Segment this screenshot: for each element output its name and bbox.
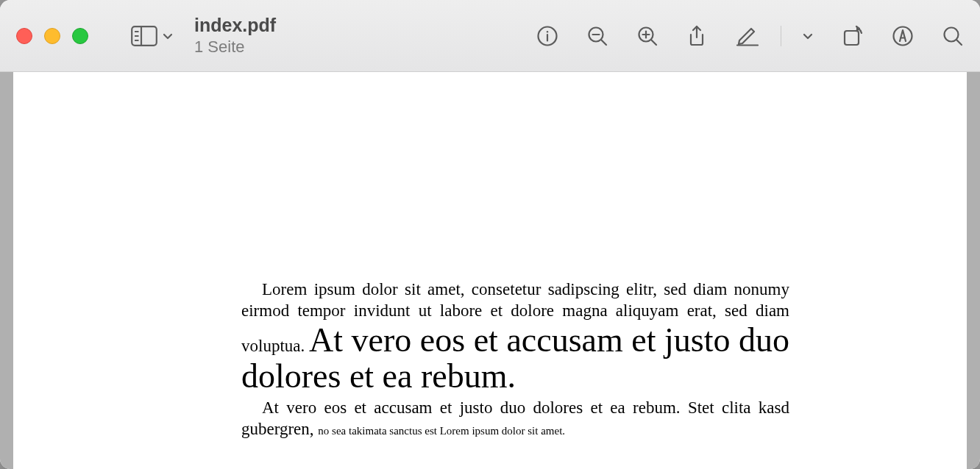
svg-point-6 xyxy=(547,31,548,32)
fullscreen-window-button[interactable] xyxy=(72,28,88,44)
info-icon xyxy=(536,25,558,47)
zoom-out-button[interactable] xyxy=(586,25,608,47)
highlight-icon xyxy=(735,25,760,47)
para2-small: no sea takimata sanctus est Lorem ipsum … xyxy=(318,425,565,437)
markup-icon xyxy=(892,25,914,47)
svg-line-12 xyxy=(651,40,656,45)
toolbar-right xyxy=(536,24,964,48)
document-filename: index.pdf xyxy=(194,15,276,36)
document-subtitle: 1 Seite xyxy=(194,37,276,56)
paragraph-1: Lorem ipsum dolor sit amet, consetetur s… xyxy=(241,279,789,395)
share-button[interactable] xyxy=(686,24,707,48)
zoom-in-button[interactable] xyxy=(636,25,658,47)
document-viewport[interactable]: Lorem ipsum dolor sit amet, consetetur s… xyxy=(0,72,980,469)
pdf-page: Lorem ipsum dolor sit amet, consetetur s… xyxy=(13,72,967,469)
rotate-button[interactable] xyxy=(842,25,864,47)
close-window-button[interactable] xyxy=(16,28,32,44)
app-window: index.pdf 1 Seite xyxy=(0,0,980,469)
zoom-out-icon xyxy=(586,25,608,47)
chevron-down-icon xyxy=(162,30,174,42)
info-button[interactable] xyxy=(536,25,558,47)
traffic-lights xyxy=(16,28,88,44)
svg-line-9 xyxy=(601,40,606,45)
share-icon xyxy=(686,24,707,48)
sidebar-icon xyxy=(131,26,157,46)
markup-button[interactable] xyxy=(892,25,914,47)
paragraph-2: At vero eos et accusam et justo duo dolo… xyxy=(241,398,789,440)
dropdown-button[interactable] xyxy=(802,30,814,42)
zoom-in-icon xyxy=(636,25,658,47)
para1-large: At vero eos et accusam et justo duo dolo… xyxy=(241,321,789,395)
sidebar-toggle[interactable] xyxy=(131,26,174,46)
document-title-block: index.pdf 1 Seite xyxy=(194,15,276,56)
rotate-icon xyxy=(842,25,864,47)
pdf-text-content: Lorem ipsum dolor sit amet, consetetur s… xyxy=(241,279,789,440)
search-icon xyxy=(942,25,964,47)
svg-rect-17 xyxy=(845,31,859,45)
search-button[interactable] xyxy=(942,25,964,47)
minimize-window-button[interactable] xyxy=(44,28,60,44)
chevron-down-icon xyxy=(802,30,814,42)
toolbar-separator xyxy=(781,26,781,46)
highlight-button[interactable] xyxy=(735,25,760,47)
svg-line-21 xyxy=(956,40,962,45)
titlebar: index.pdf 1 Seite xyxy=(0,0,980,72)
